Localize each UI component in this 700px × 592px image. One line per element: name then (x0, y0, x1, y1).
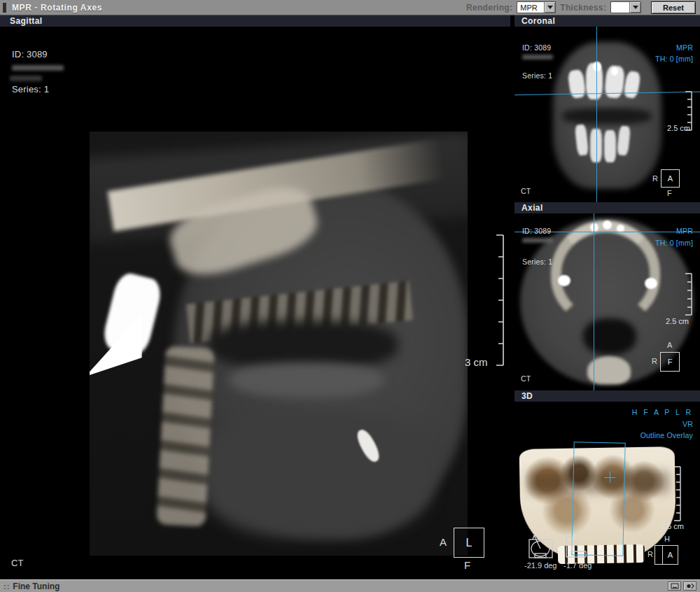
orientation-box: L (454, 528, 484, 558)
orientation-cube: A (654, 545, 678, 565)
patient-id-label: ID: 3089 (522, 43, 551, 52)
sagittal-viewport[interactable]: ID: 3089 Series: 1 CT 3 cm A L F (0, 27, 510, 579)
volume-crosshair-icon (610, 472, 610, 483)
statusbar: :: Fine Tuning (0, 579, 700, 592)
sagittal-header: Sagittal (0, 15, 510, 27)
orientation-box-label: A (668, 174, 673, 183)
volume-3d-header-label: 3D (522, 391, 533, 401)
rotation-angle-value: -21.9 deg (524, 561, 556, 570)
thickness-label: Thickness: (560, 3, 606, 13)
scale-ruler (494, 234, 505, 367)
orientation-left-label: R (648, 550, 653, 558)
window-grip-icon (3, 3, 6, 13)
modality-label: CT (521, 374, 531, 383)
orientation-bottom-label: F (667, 189, 672, 197)
patient-id-label: ID: 3089 (522, 227, 551, 235)
volume-3d-panel: 3D H F A P L R VR Outline Overlay (514, 390, 700, 579)
series-label: Series: 1 (522, 71, 552, 80)
coronal-header: Coronal (514, 15, 700, 27)
orientation-left-label: A (440, 536, 447, 548)
crosshair-vertical[interactable] (594, 213, 594, 390)
thickness-dropdown-button[interactable] (629, 2, 640, 13)
window-restore-icon (671, 583, 679, 589)
render-mode-label: VR (682, 420, 693, 428)
scale-ruler (671, 466, 682, 522)
axial-viewport[interactable]: ID: 3089 Series: 1 MPR TH: 0 [mm] CT 2.5… (514, 213, 700, 390)
chevron-down-icon (547, 6, 553, 9)
titlebar-controls: Rendering: MPR Thickness: Reset (466, 1, 700, 14)
orientation-box: A (661, 169, 680, 188)
orientation-bottom-label: F (464, 559, 470, 571)
outline-overlay-label: Outline Overlay (640, 431, 693, 439)
patient-info-redacted (10, 76, 42, 81)
orientation-left-label: R (652, 174, 658, 183)
scale-label: 2.5 cm (666, 317, 689, 325)
volume-3d-viewport[interactable]: H F A P L R VR Outline Overlay 3.5 cm -2 (514, 402, 700, 579)
app-title: MPR - Rotating Axes (12, 3, 102, 13)
rendering-dropdown-button[interactable] (544, 2, 555, 13)
thickness-select[interactable] (610, 1, 641, 13)
orientation-top-label: A (667, 341, 672, 349)
rendering-select[interactable]: MPR (517, 1, 556, 13)
axes-legend-label: H F A P L R (632, 408, 693, 416)
statusbar-buttons (668, 582, 700, 591)
scale-label: 3 cm (465, 356, 488, 368)
modality-label: CT (11, 558, 24, 568)
axial-header-label: Axial (522, 203, 543, 213)
chevron-down-icon (633, 6, 638, 9)
rotation-angle-icon (527, 533, 555, 560)
axial-header: Axial (514, 202, 700, 213)
axial-panel: Axial ID: 3 (514, 202, 700, 390)
patient-info-redacted (522, 55, 553, 59)
coronal-panel: Coronal (514, 15, 700, 202)
fine-tuning-label: Fine Tuning (13, 582, 59, 591)
orientation-left-label: R (652, 357, 657, 365)
mode-label: MPR (676, 43, 693, 52)
reset-button[interactable]: Reset (651, 1, 696, 14)
patient-info-redacted (522, 238, 553, 243)
coronal-viewport[interactable]: ID: 3089 Series: 1 MPR TH: 0 [mm] CT 2.5… (514, 27, 700, 202)
orientation-top-label: H (664, 535, 670, 543)
scale-label: 2.5 cm (667, 124, 690, 132)
scale-label: 3.5 cm (661, 522, 684, 530)
mode-label: MPR (676, 227, 693, 235)
orientation-box-label: A (668, 551, 673, 559)
right-column: Coronal (514, 15, 700, 579)
patient-info-redacted (12, 65, 64, 71)
crosshair-vertical[interactable] (596, 27, 597, 202)
patient-id-label: ID: 3089 (12, 49, 48, 59)
main-area: Sagittal I (0, 15, 700, 579)
orientation-cube-side (654, 545, 662, 565)
orientation-cube-front: A (662, 545, 678, 565)
statusbar-grip-icon: :: (4, 582, 10, 591)
panel-collapse-button[interactable] (668, 582, 681, 591)
scale-ruler (682, 273, 694, 316)
thickness-overlay-label: TH: 0 [mm] (655, 239, 693, 247)
thickness-overlay-label: TH: 0 [mm] (655, 55, 693, 63)
rendering-value: MPR (517, 2, 544, 13)
expand-arrow-icon (686, 583, 694, 589)
orientation-box-label: L (466, 537, 472, 549)
orientation-box-label: F (668, 358, 673, 366)
modality-label: CT (521, 187, 531, 195)
panel-expand-button[interactable] (683, 582, 696, 591)
tilt-angle-icon (561, 532, 590, 560)
orientation-box: F (660, 352, 680, 372)
series-label: Series: 1 (522, 258, 552, 266)
tilt-angle-value: -1.7 deg (564, 561, 592, 570)
mpr-application-window: MPR - Rotating Axes Rendering: MPR Thick… (0, 0, 700, 592)
sagittal-ct-image (90, 132, 468, 556)
titlebar: MPR - Rotating Axes Rendering: MPR Thick… (0, 0, 700, 15)
series-label: Series: 1 (12, 84, 49, 94)
coronal-header-label: Coronal (522, 16, 555, 26)
sagittal-panel: Sagittal I (0, 15, 510, 579)
rendering-label: Rendering: (466, 3, 512, 13)
sagittal-header-label: Sagittal (10, 16, 43, 26)
thickness-value (611, 2, 629, 13)
volume-3d-header: 3D (514, 390, 700, 402)
